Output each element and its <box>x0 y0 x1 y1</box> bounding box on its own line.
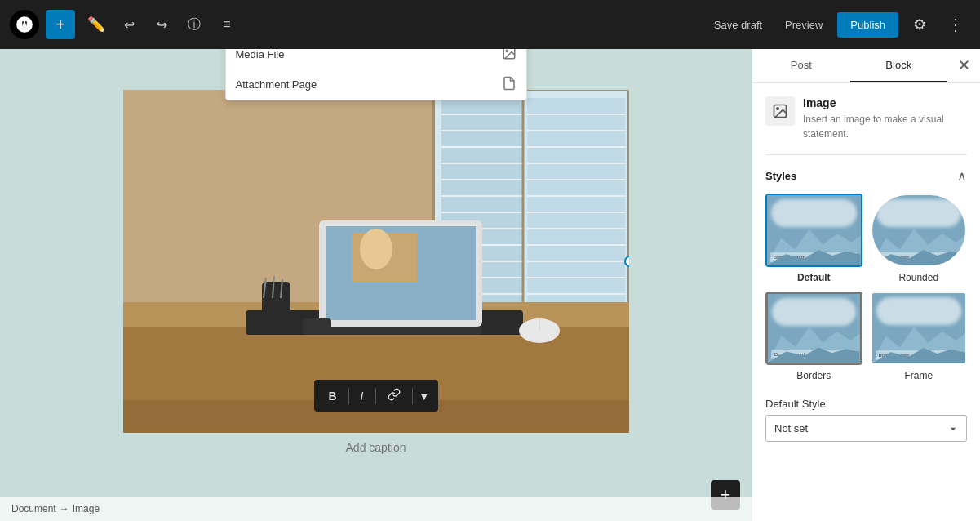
panel-content: Image Insert an image to make a visual s… <box>752 83 980 521</box>
breadcrumb-arrow: → <box>60 503 69 514</box>
media-file-icon <box>502 49 517 63</box>
style-default-thumb: Borrifies apart: #15 long selection <box>765 194 862 267</box>
default-style-label: Default Style <box>765 398 967 410</box>
inline-toolbar: B I ▾ <box>313 380 437 412</box>
redo-button[interactable]: ↪ <box>147 10 176 39</box>
style-borders-thumb: Borrifies apart: #15 long selection <box>765 292 862 365</box>
style-grid: Borrifies apart: #15 long selection Defa… <box>765 194 967 381</box>
publish-button[interactable]: Publish <box>837 12 898 38</box>
save-draft-button[interactable]: Save draft <box>706 14 770 36</box>
inline-link-button[interactable] <box>379 383 409 408</box>
info-button[interactable]: ⓘ <box>180 10 209 39</box>
undo-redo-group: ✏️ ↩ ↪ ⓘ ≡ <box>82 10 242 39</box>
header-actions: Save draft Preview Publish ⚙ ⋮ <box>706 10 970 39</box>
attachment-page-label: Attachment Page <box>236 78 317 91</box>
svg-rect-57 <box>303 318 331 335</box>
block-tab[interactable]: Block <box>850 49 948 82</box>
breadcrumb-image[interactable]: Image <box>73 503 100 514</box>
editor-canvas: A Replace ↵ ▾ Media File <box>0 49 752 521</box>
style-borders-label: Borders <box>765 370 862 381</box>
list-button[interactable]: ≡ <box>212 10 242 39</box>
attachment-page-option[interactable]: Attachment Page <box>226 69 526 100</box>
attachment-page-icon <box>502 76 517 93</box>
image-block: A Replace ↵ ▾ Media File <box>123 90 629 454</box>
styles-collapse-button[interactable]: ∧ <box>957 168 967 184</box>
inline-toolbar-divider-2 <box>375 388 376 404</box>
right-panel: Post Block ✕ Image Insert an image to ma… <box>752 49 980 521</box>
style-frame-label: Frame <box>871 370 968 381</box>
default-style-select[interactable]: Not set Default Rounded Borders Frame <box>765 415 967 442</box>
breadcrumb: Document → Image <box>0 497 752 521</box>
inline-toolbar-divider <box>348 388 349 404</box>
image-caption[interactable]: Add caption <box>123 433 629 454</box>
media-file-label: Media File <box>236 49 285 60</box>
svg-point-55 <box>360 229 392 269</box>
default-style-section: Default Style Not set Default Rounded Bo… <box>765 398 967 442</box>
svg-text:W: W <box>20 20 29 29</box>
main-area: A Replace ↵ ▾ Media File <box>0 49 980 521</box>
top-bar: W + ✏️ ↩ ↪ ⓘ ≡ Save draft Preview Publis… <box>0 0 980 49</box>
block-title: Image <box>803 96 967 109</box>
block-info: Image Insert an image to make a visual s… <box>765 96 967 155</box>
italic-button[interactable]: I <box>353 385 372 407</box>
svg-point-14 <box>506 50 508 51</box>
post-tab[interactable]: Post <box>752 49 850 82</box>
preview-button[interactable]: Preview <box>777 14 831 36</box>
inline-toolbar-divider-3 <box>412 388 413 404</box>
settings-button[interactable]: ⚙ <box>905 10 934 39</box>
style-default-label: Default <box>765 272 862 283</box>
media-file-option[interactable]: Media File <box>226 49 526 69</box>
style-rounded[interactable]: Borrifies apart: #15 long selection Roun… <box>871 194 968 283</box>
style-rounded-thumb: Borrifies apart: #15 long selection <box>871 194 968 267</box>
block-info-text: Image Insert an image to make a visual s… <box>803 96 967 141</box>
style-default[interactable]: Borrifies apart: #15 long selection Defa… <box>765 194 862 283</box>
svg-point-62 <box>777 108 779 110</box>
wp-logo[interactable]: W <box>10 10 39 39</box>
style-frame[interactable]: Borrifies apart: #15 long selection Fram… <box>871 292 968 381</box>
style-rounded-label: Rounded <box>871 272 968 283</box>
link-popup: ↵ ▾ Media File Attachment Page <box>225 49 527 100</box>
block-description: Insert an image to make a visual stateme… <box>803 112 967 141</box>
svg-rect-56 <box>319 327 482 335</box>
bold-button[interactable]: B <box>320 385 344 407</box>
panel-close-button[interactable]: ✕ <box>947 49 980 82</box>
panel-tabs: Post Block ✕ <box>752 49 980 83</box>
more-options-button[interactable]: ⋮ <box>941 10 970 39</box>
styles-section-header: Styles ∧ <box>765 168 967 184</box>
style-frame-thumb: Borrifies apart: #15 long selection <box>871 292 968 365</box>
add-block-top-button[interactable]: + <box>46 10 75 39</box>
block-type-icon <box>765 96 795 126</box>
style-borders[interactable]: Borrifies apart: #15 long selection Bord… <box>765 292 862 381</box>
pen-tool-button[interactable]: ✏️ <box>82 10 111 39</box>
inline-more-button[interactable]: ▾ <box>416 385 432 407</box>
svg-rect-48 <box>262 282 290 327</box>
breadcrumb-document[interactable]: Document <box>11 503 56 514</box>
styles-title: Styles <box>765 170 796 182</box>
undo-button[interactable]: ↩ <box>114 10 144 39</box>
